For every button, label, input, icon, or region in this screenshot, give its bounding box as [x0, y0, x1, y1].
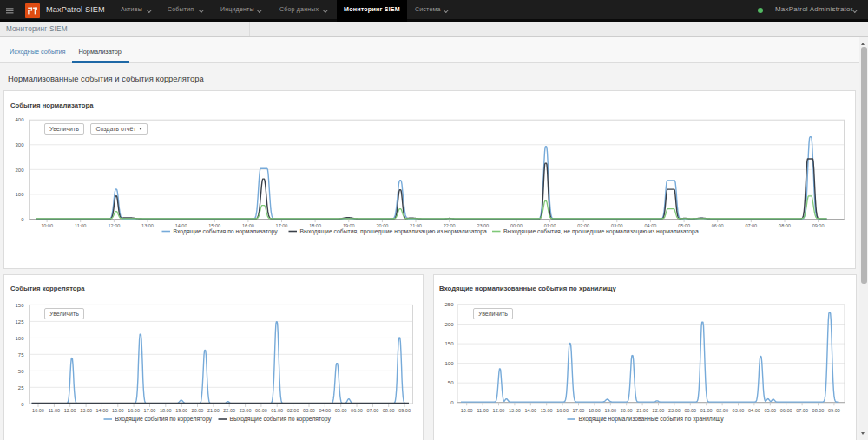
svg-text:04:00: 04:00: [748, 408, 760, 413]
svg-text:50: 50: [448, 380, 454, 385]
svg-text:00:00: 00:00: [255, 408, 267, 413]
svg-text:22:00: 22:00: [223, 408, 235, 413]
svg-text:13:00: 13:00: [141, 223, 154, 228]
svg-text:07:00: 07:00: [796, 408, 808, 413]
svg-text:125: 125: [15, 319, 24, 325]
svg-text:02:00: 02:00: [287, 408, 299, 413]
svg-text:100: 100: [15, 192, 24, 197]
svg-text:Входящие нормализованные событ: Входящие нормализованные события по хран…: [579, 416, 725, 423]
svg-text:03:00: 03:00: [303, 408, 315, 413]
svg-text:01:00: 01:00: [700, 408, 713, 413]
svg-text:19:00: 19:00: [604, 408, 616, 413]
svg-text:22:00: 22:00: [653, 408, 665, 413]
svg-text:14:00: 14:00: [96, 408, 108, 413]
svg-text:0: 0: [21, 402, 24, 407]
svg-text:03:00: 03:00: [733, 408, 745, 413]
svg-text:12:00: 12:00: [64, 408, 76, 413]
svg-text:23:00: 23:00: [240, 408, 252, 413]
svg-text:250: 250: [444, 302, 454, 307]
svg-text:Входящие события по нормализат: Входящие события по нормализатору: [174, 228, 279, 235]
svg-text:18:00: 18:00: [589, 408, 601, 413]
svg-text:12:00: 12:00: [493, 408, 505, 413]
svg-text:06:00: 06:00: [712, 223, 724, 228]
svg-text:19:00: 19:00: [175, 408, 187, 413]
svg-text:25: 25: [18, 385, 24, 391]
svg-text:100: 100: [15, 336, 24, 341]
svg-text:20:00: 20:00: [192, 408, 204, 413]
svg-text:11:00: 11:00: [477, 408, 488, 413]
svg-text:Выходящие события по коррелято: Выходящие события по коррелятору: [230, 416, 332, 423]
svg-text:0: 0: [21, 217, 24, 222]
svg-text:Входящие события по коррелятор: Входящие события по коррелятору: [115, 416, 213, 423]
svg-text:0: 0: [450, 400, 454, 405]
svg-text:21:00: 21:00: [636, 408, 648, 413]
svg-text:150: 150: [444, 341, 454, 346]
svg-text:150: 150: [15, 303, 24, 308]
svg-text:15:00: 15:00: [541, 408, 553, 413]
svg-text:15:00: 15:00: [112, 408, 124, 413]
svg-text:Выходящие события, прошедшие н: Выходящие события, прошедшие нормализаци…: [300, 228, 487, 235]
svg-text:17:00: 17:00: [276, 223, 288, 228]
svg-text:09:00: 09:00: [812, 223, 825, 228]
svg-text:17:00: 17:00: [144, 408, 156, 413]
svg-text:16:00: 16:00: [128, 408, 140, 413]
svg-text:18:00: 18:00: [160, 408, 172, 413]
svg-text:08:00: 08:00: [812, 408, 825, 413]
svg-text:02:00: 02:00: [716, 408, 728, 413]
svg-text:10:00: 10:00: [461, 408, 473, 413]
svg-text:16:00: 16:00: [556, 408, 569, 413]
svg-text:300: 300: [15, 142, 24, 148]
svg-text:05:00: 05:00: [764, 408, 776, 413]
svg-text:09:00: 09:00: [398, 408, 411, 413]
svg-text:20:00: 20:00: [621, 408, 633, 413]
svg-text:01:00: 01:00: [271, 408, 283, 413]
svg-text:08:00: 08:00: [383, 408, 395, 413]
svg-text:04:00: 04:00: [319, 408, 331, 413]
svg-text:12:00: 12:00: [108, 223, 121, 228]
svg-text:75: 75: [18, 352, 24, 358]
svg-text:13:00: 13:00: [80, 408, 92, 413]
svg-text:09:00: 09:00: [828, 408, 840, 413]
svg-text:08:00: 08:00: [779, 223, 791, 228]
svg-text:100: 100: [444, 361, 454, 366]
svg-text:200: 200: [15, 167, 24, 173]
svg-text:14:00: 14:00: [524, 408, 536, 413]
svg-text:50: 50: [18, 369, 24, 374]
svg-text:200: 200: [444, 322, 454, 327]
svg-text:17:00: 17:00: [573, 408, 585, 413]
svg-text:05:00: 05:00: [335, 408, 347, 413]
svg-text:21:00: 21:00: [207, 408, 220, 413]
svg-text:23:00: 23:00: [668, 408, 681, 413]
svg-text:10:00: 10:00: [32, 408, 44, 413]
svg-text:11:00: 11:00: [49, 408, 60, 413]
svg-text:07:00: 07:00: [367, 408, 379, 413]
svg-text:Выходящие события, не прошедши: Выходящие события, не прошедшие нормализ…: [503, 228, 699, 235]
svg-text:00:00: 00:00: [684, 408, 696, 413]
svg-text:13:00: 13:00: [509, 408, 521, 413]
svg-text:11:00: 11:00: [75, 223, 86, 228]
svg-text:400: 400: [15, 117, 24, 122]
svg-text:07:00: 07:00: [745, 223, 757, 228]
svg-text:06:00: 06:00: [780, 408, 792, 413]
svg-text:06:00: 06:00: [351, 408, 363, 413]
svg-text:10:00: 10:00: [41, 223, 53, 228]
